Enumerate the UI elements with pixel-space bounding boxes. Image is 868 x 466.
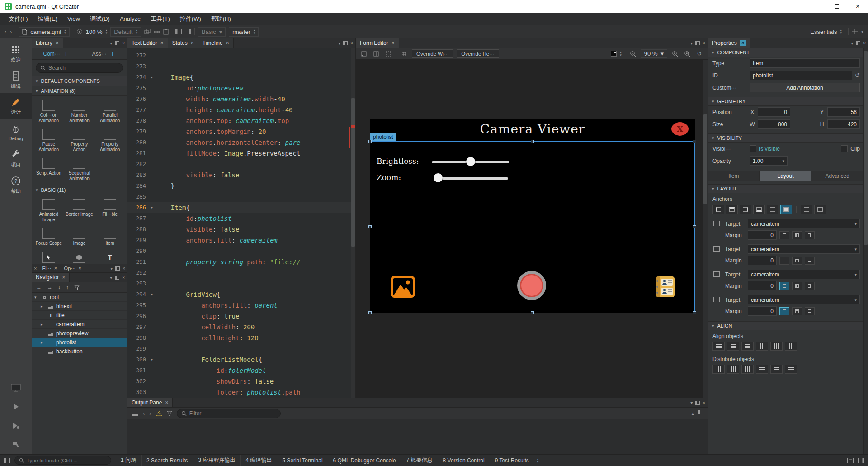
align-bottom-button[interactable] [785,342,797,351]
maximize-pane-icon[interactable] [698,410,703,414]
tab-navigator[interactable]: Navigator × [32,273,70,282]
align-left-button[interactable] [712,342,725,351]
views-icon[interactable] [852,29,858,34]
section-default-components[interactable]: ▾ DEFAULT COMPONENTS [32,76,127,86]
navigator-item-photopreview[interactable]: photopreview [32,329,127,338]
margin-option-button[interactable] [779,282,789,290]
resize-handle[interactable] [693,225,696,228]
tab-layout[interactable]: Layout [760,171,812,181]
component-item[interactable]: Focus Scope [33,228,64,246]
branch-selector[interactable]: master ▴▾ [229,27,259,37]
position-y-field[interactable]: 56 [827,107,860,117]
debug-run-button[interactable] [0,416,32,435]
output-pane-button-3[interactable]: 3 应用程序输出 [193,455,241,466]
distribute-left-button[interactable] [712,365,725,374]
expand-icon[interactable]: ▸ [41,322,45,327]
margin-option-button[interactable] [805,257,815,265]
mode-debug[interactable]: Debug [0,119,32,146]
menu-item[interactable]: 调试(D) [85,13,115,25]
menu-item[interactable]: 文件(F) [4,13,33,25]
next-item-icon[interactable]: › [149,410,151,417]
camera-close-button[interactable]: X [671,122,689,136]
code-line[interactable]: 303 folder: photolist.path [127,387,355,398]
navigator-item-photolist[interactable]: ▸photolist [32,338,127,347]
more-icon[interactable]: • [861,28,863,35]
library-search[interactable] [36,63,123,73]
code-line[interactable]: 282 [127,159,355,170]
style-selector[interactable]: Default ▴▾ [110,27,141,37]
expand-icon[interactable]: ▸ [41,340,45,345]
resize-handle[interactable] [693,140,696,143]
menu-item[interactable]: 编辑(E) [33,13,62,25]
distribute-top-button[interactable] [756,365,768,374]
margin-field[interactable]: 0 [748,256,777,265]
run-button[interactable] [0,397,32,416]
window-corner-icon[interactable] [4,458,10,463]
code-line[interactable]: 289 anchors.fill: cameraitem [127,235,355,246]
close-icon[interactable]: × [56,40,59,46]
clip-checkbox[interactable] [841,145,848,152]
code-line[interactable]: 292 [127,267,355,278]
record-button[interactable] [517,271,546,300]
component-item[interactable] [64,252,95,263]
add-icon[interactable]: + [64,50,68,57]
anchor-horizontal-center-button[interactable] [814,205,826,214]
code-line[interactable]: 293 [127,278,355,289]
target-select[interactable]: cameraitem▾ [748,219,860,228]
align-center-v-button[interactable] [770,342,783,351]
code-editor[interactable]: 272273274▾ Image{275 id:photopreview276 … [127,48,355,398]
target-icon[interactable] [76,29,83,35]
chevron-down-icon[interactable]: ▾ [110,266,113,271]
margin-option-button[interactable] [779,257,789,265]
navigator-item-title[interactable]: Ttitle [32,311,127,320]
margin-option-button[interactable] [805,307,815,315]
expand-icon[interactable]: ▸ [41,304,45,309]
close-pane-icon[interactable]: × [122,275,125,280]
maximize-button[interactable] [826,0,847,13]
override-width-button[interactable]: Override Wi··· [412,49,453,58]
split-panel-icon[interactable] [695,401,700,405]
menu-item[interactable]: 控件(W) [175,13,206,25]
camera-app-root[interactable]: Camera Viewer X photolist [370,119,695,313]
panel-left-icon[interactable] [175,29,182,34]
component-item[interactable]: Number Animation [64,100,95,123]
component-item[interactable]: Script Action [33,158,64,181]
resize-handle[interactable] [368,225,372,228]
chevron-down-icon[interactable]: ▾ [110,41,112,46]
mode-projects[interactable]: 项目 [0,146,32,172]
chevron-down-icon[interactable]: ▾ [690,400,693,405]
component-item[interactable]: Property Animation [94,129,125,152]
code-line[interactable]: 295 anchors.fill: parent [127,300,355,311]
output-pane-button-8[interactable]: 8 Version Control [438,455,490,466]
snap-anchors-icon[interactable] [372,49,381,58]
code-line[interactable]: 300▾ FolderListModel{ [127,354,355,365]
mode-welcome[interactable]: 欢迎 [0,41,32,67]
locator[interactable] [14,456,111,465]
scrollbar-thumb[interactable] [864,51,868,245]
code-line[interactable]: 283 visible: false [127,170,355,181]
zoom-in-icon[interactable] [670,49,679,58]
code-line[interactable]: 281 fillMode: Image.PreserveAspect [127,148,355,159]
code-line[interactable]: 302 showDirs: false [127,376,355,387]
target-select[interactable]: cameraitem▾ [748,244,860,254]
nav-back-icon[interactable]: ‹ [5,28,7,35]
size-w-field[interactable]: 800 [758,119,790,129]
zoom-slider-handle[interactable] [434,173,443,182]
output-pane-button-7[interactable]: 7 概要信息 [401,455,438,466]
fold-icon[interactable]: ▾ [148,72,156,83]
overlay-icon[interactable] [144,29,151,35]
close-icon[interactable]: × [392,40,395,46]
margin-option-button[interactable] [779,307,789,315]
navigator-item-backbutton[interactable]: backbutton [32,347,127,356]
clipboard-icon[interactable] [163,29,169,35]
output-pane-button-6[interactable]: 6 QML Debugger Console [328,455,401,466]
code-line[interactable]: 276 width: cameraitem.width-40 [127,94,355,105]
component-item[interactable]: T [94,252,125,263]
margin-option-button[interactable] [805,282,815,290]
expand-icon[interactable]: ▾ [34,295,39,300]
tab-advanced[interactable]: Advanced [811,171,863,181]
split-panel-icon[interactable] [343,41,348,45]
kit-selector-button[interactable] [0,378,32,397]
code-line[interactable]: 284 } [127,181,355,191]
anchor-right-button[interactable] [740,205,751,214]
